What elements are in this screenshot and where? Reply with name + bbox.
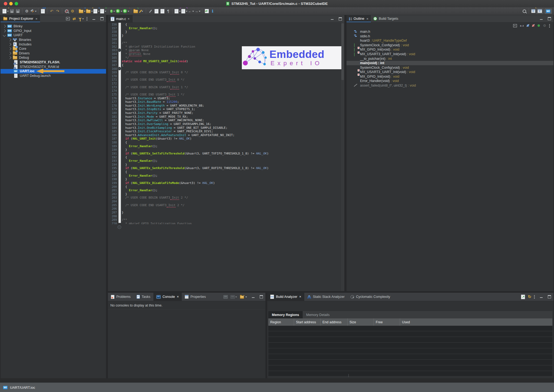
tree-item-drivers[interactable]: Drivers xyxy=(1,51,106,56)
tab-cyclomatic-complexity[interactable]: Cyclomatic Complexity xyxy=(348,293,393,301)
minimize-window-button[interactable] xyxy=(9,2,13,5)
tab-static-stack-analyzer[interactable]: Static Stack Analyzer xyxy=(304,293,348,301)
outline-item-mx-usart3-uart-init-void-[interactable]: SMX_USART3_UART_Init(void) : void xyxy=(347,52,553,57)
link-with-editor-icon[interactable] xyxy=(204,8,209,14)
table-header[interactable]: RegionStart addressEnd addressSizeFreeUs… xyxy=(268,318,552,326)
code-line-178[interactable]: huart3.Init.WordLength = UART_WORDLENGTH… xyxy=(122,104,341,108)
fold-marker-icon[interactable]: − xyxy=(118,225,121,229)
chevron-down-icon[interactable] xyxy=(3,34,6,37)
outline-item-stdio-h[interactable]: stdio.h xyxy=(347,34,553,39)
device-configuration-tool-perspective-button[interactable]: MX xyxy=(545,9,552,14)
outline-item-main-void-[interactable]: main(void) : int xyxy=(347,61,553,65)
code-line-191[interactable]: if (HAL_UARTEx_SetTxFifoThreshold(&huart… xyxy=(122,152,341,156)
tree-item-uart[interactable]: IDEUART xyxy=(1,33,106,38)
tree-item-blinky[interactable]: IDEBlinky xyxy=(1,24,106,29)
column-header-size[interactable]: Size xyxy=(347,318,374,326)
scrollbar-thumb[interactable] xyxy=(341,23,344,80)
code-line-207[interactable]: } xyxy=(122,211,341,215)
view-menu-icon[interactable] xyxy=(549,24,550,28)
code-line-199[interactable]: if (HAL_UARTEx_DisableFifoMode(&huart3) … xyxy=(122,181,341,185)
search-icon[interactable] xyxy=(522,8,527,14)
column-header-free[interactable]: Free xyxy=(374,318,400,326)
code-line-194[interactable]: } xyxy=(122,163,341,167)
chevron-right-icon[interactable] xyxy=(3,29,6,32)
code-line-171[interactable]: /* USER CODE END USART3_Init 0 */ xyxy=(122,78,341,82)
sort-icon[interactable]: a↓z xyxy=(520,24,524,27)
maximize-icon[interactable] xyxy=(548,17,551,20)
code-line-177[interactable]: huart3.Init.BaudRate = 115200; xyxy=(122,100,341,104)
code-line-184[interactable]: huart3.Init.OneBitSampling = UART_ONE_BI… xyxy=(122,126,341,130)
forward-icon[interactable]: → xyxy=(194,8,200,14)
code-line-183[interactable]: huart3.Init.OverSampling = UART_OVERSAMP… xyxy=(122,122,341,126)
hide-fields-icon[interactable] xyxy=(527,24,529,27)
outline-item-mx-usart3-uart-init-void-[interactable]: SMX_USART3_UART_Init(void) : void xyxy=(347,70,553,74)
last-edit-location-icon[interactable]: ↙ xyxy=(174,8,181,14)
outline-item--io-putchar-int-[interactable]: __io_putchar(int) : int xyxy=(347,56,553,61)
outline-item-error-handler-void-[interactable]: Error_Handler(void) : void xyxy=(347,79,553,83)
chevron-right-icon[interactable] xyxy=(8,56,11,59)
outline-item-assert-failed-uint8-t-uint32-t-[interactable]: assert_failed(uint8_t*, uint32_t) : void xyxy=(347,83,553,88)
format-icon[interactable] xyxy=(148,8,153,14)
close-icon[interactable]: × xyxy=(128,17,130,21)
zoom-window-button[interactable] xyxy=(15,2,18,5)
flash-icon[interactable] xyxy=(139,8,144,14)
code-line-197[interactable]: Error_Handler(); xyxy=(122,174,341,178)
tab-build-analyzer[interactable]: Build Analyzer× xyxy=(267,293,304,301)
tree-item-stm32h563zitx-ram-ld[interactable]: STM32H563ZITX_RAM.ld xyxy=(1,64,106,69)
new-project-icon[interactable]: + xyxy=(86,8,93,14)
collapse-all-icon[interactable] xyxy=(66,17,70,20)
code-line-205[interactable]: /* USER CODE END USART3_Init 2 */ xyxy=(122,203,341,207)
minimize-icon[interactable] xyxy=(93,18,95,20)
next-annotation-icon[interactable]: ↓ xyxy=(154,8,159,14)
code-line-175[interactable]: /* USER CODE END USART3_Init 1 */ xyxy=(122,93,341,97)
tree-item-gpio-input[interactable]: IDEGPIO_Input xyxy=(1,29,106,33)
code-line-174[interactable] xyxy=(122,89,341,93)
code-line-157[interactable]: Error_Handler(); xyxy=(122,27,341,30)
previous-edit-location-icon[interactable]: ↖ xyxy=(181,8,187,14)
code-line-156[interactable]: { xyxy=(122,23,341,27)
export-icon[interactable] xyxy=(521,295,525,299)
save-all-icon[interactable] xyxy=(15,8,21,14)
chevron-right-icon[interactable] xyxy=(8,47,11,50)
tree-item-binaries[interactable]: Binaries xyxy=(1,38,106,42)
code-line-169[interactable]: /* USER CODE BEGIN USART3_Init 0 */ xyxy=(122,71,341,74)
code-line-188[interactable]: { xyxy=(122,141,341,144)
hide-static-members-icon[interactable] xyxy=(532,24,535,27)
tab-outline[interactable]: Outline× xyxy=(347,15,371,22)
tab-main-c[interactable]: main.c × xyxy=(108,15,133,22)
tree-item-stm32h563zitx-flash-[interactable]: STM32H563ZITX_FLASH. xyxy=(1,60,106,65)
collapse-all-icon[interactable] xyxy=(513,24,517,27)
tree-item-uart-debug-launch[interactable]: UART Debug.launch xyxy=(1,74,106,78)
code-line-159[interactable]: } xyxy=(122,34,341,38)
column-header-region[interactable]: Region xyxy=(268,318,294,326)
code-line-182[interactable]: huart3.Init.HwFlowCtl = UART_HWCONTROL_N… xyxy=(122,118,341,122)
code-line-203[interactable]: /* USER CODE BEGIN USART3_Init 2 */ xyxy=(122,196,341,200)
code-line-210[interactable]: * @brief GPIO Initialization Function xyxy=(122,222,341,224)
build-icon[interactable] xyxy=(30,8,37,14)
chevron-right-icon[interactable] xyxy=(3,25,6,28)
mark-occurrences-icon[interactable] xyxy=(64,8,69,14)
column-header-end-address[interactable]: End address xyxy=(320,318,347,326)
display-selected-console-icon[interactable] xyxy=(223,295,228,299)
minimize-icon[interactable] xyxy=(252,296,255,298)
code-line-179[interactable]: huart3.Init.StopBits = UART_STOPBITS_1; xyxy=(122,107,341,111)
chevron-right-icon[interactable] xyxy=(8,43,11,46)
tab-properties[interactable]: Properties xyxy=(182,293,209,301)
view-menu-icon[interactable] xyxy=(534,295,535,299)
code-line-193[interactable]: Error_Handler(); xyxy=(122,159,341,163)
close-icon[interactable]: × xyxy=(299,295,301,299)
code-line-161[interactable]: /** xyxy=(122,41,341,45)
code-line-160[interactable] xyxy=(122,38,341,41)
tree-item-uart-ioc[interactable]: MXUART.ioc xyxy=(1,69,106,74)
save-icon[interactable] xyxy=(9,8,15,14)
close-icon[interactable]: × xyxy=(367,17,369,21)
tab-build-targets[interactable]: Build Targets xyxy=(371,15,401,22)
hide-inactive-icon[interactable]: ⚙ xyxy=(543,24,546,28)
code-line-192[interactable]: { xyxy=(122,156,341,159)
column-header-used[interactable]: Used xyxy=(400,318,552,326)
back-icon[interactable]: ← xyxy=(188,8,194,14)
minimize-icon[interactable] xyxy=(540,18,543,20)
subtab-memory-regions[interactable]: Memory Regions xyxy=(268,311,303,318)
code-line-158[interactable]: } xyxy=(122,30,341,34)
redo-icon[interactable]: ↷ xyxy=(55,8,60,14)
